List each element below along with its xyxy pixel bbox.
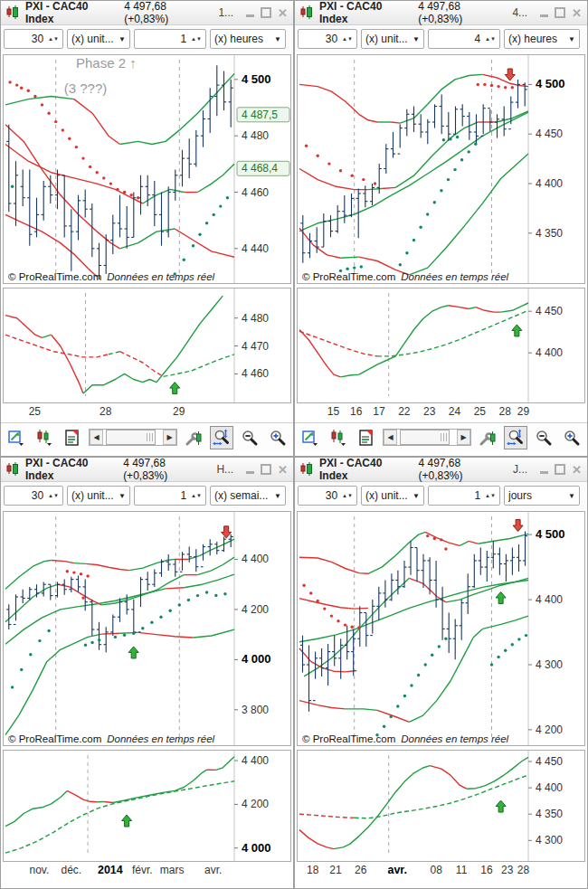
chart-annotation: (3 ???) [64,80,108,96]
zoom-in-icon[interactable] [560,426,583,449]
chevron-down-icon: ▼ [565,35,575,43]
timeframe-dropdown[interactable]: (x) semai...▼ [210,486,286,506]
spinner-arrows-icon[interactable]: ▲▼ [190,493,205,498]
chart-type-icon[interactable] [33,426,56,449]
window-titlebar[interactable]: PXI - CAC40 Index 4 497,68 (+0,83%) 4...… [295,1,587,25]
main-chart[interactable]: 4 5004 4004 3004 200 © ProRealTime.comDo… [297,511,585,746]
timeframe-count-spinner[interactable]: 1▲▼ [134,29,206,49]
units-count-spinner[interactable]: 30▲▼ [298,486,357,506]
x-axis-label: 22 [398,405,410,418]
close-button[interactable]: ✕ [278,464,288,476]
chevron-down-icon: ▼ [410,492,420,500]
zoom-in-icon[interactable] [266,426,289,449]
chart-window-1h: PXI - CAC40 Index 4 497,68 (+0,83%) 1...… [0,0,294,457]
scrollbar-track[interactable] [397,430,457,445]
x-axis-label: 16 [480,864,492,876]
close-button[interactable]: ✕ [572,464,582,476]
maximize-button[interactable] [555,464,565,475]
units-type-dropdown[interactable]: (x) unit...▼ [67,29,130,49]
zoom-selection-icon[interactable] [504,426,527,449]
timeframe-count-spinner[interactable]: 1▲▼ [428,486,500,506]
units-type-dropdown[interactable]: (x) unit...▼ [361,486,424,506]
report-icon[interactable] [355,426,378,449]
units-count-spinner[interactable]: 30▲▼ [4,29,63,49]
chart-window-weekly: PXI - CAC40 Index 4 497,68 (+0,83%) H...… [0,457,294,889]
units-count-spinner[interactable]: 30▲▼ [298,29,357,49]
zoom-out-icon[interactable] [532,426,555,449]
price-axis-label: 4 460 [242,186,269,199]
spinner-arrows-icon[interactable]: ▲▼ [341,36,356,42]
minimize-button[interactable] [540,471,548,474]
watermark: © ProRealTime.comDonnées en temps réel [302,271,508,282]
spinner-arrows-icon[interactable]: ▲▼ [484,36,499,42]
window-titlebar[interactable]: PXI - CAC40 Index 4 497,68 (+0,83%) H...… [1,458,293,482]
timeframe-dropdown[interactable]: (x) heures▼ [210,29,286,49]
maximize-button[interactable] [261,7,271,18]
spinner-arrows-icon[interactable]: ▲▼ [47,36,62,42]
scrollbar-thumb[interactable] [106,430,156,445]
main-chart[interactable]: 4 4004 2004 0003 800 © ProRealTime.comDo… [3,511,291,746]
indicator-chart[interactable]: 4 4504 400 [297,288,585,403]
thumb-grip-icon [147,433,153,441]
units-type-dropdown[interactable]: (x) unit...▼ [67,486,130,506]
time-scrollbar[interactable]: ◀ ▶ [383,429,471,446]
scroll-left-button[interactable]: ◀ [384,430,397,445]
x-axis-label: 08 [431,864,442,876]
price-axis-label: 4 400 [242,754,269,767]
price-axis-label: 4 400 [242,553,269,565]
scrollbar-thumb[interactable] [400,430,450,445]
export-chart-icon[interactable] [5,426,28,449]
x-axis-label: 17 [373,405,384,418]
timeframe-dropdown[interactable]: jours▼ [504,486,580,506]
window-titlebar[interactable]: PXI - CAC40 Index 4 497,68 (+0,83%) 1...… [1,1,293,25]
indicator-chart[interactable]: 4 4004 2004 000 [3,750,291,862]
timeframe-count-spinner[interactable]: 4▲▼ [428,29,500,49]
export-chart-icon[interactable] [299,426,322,449]
price-axis-label: 4 350 [536,808,563,820]
scroll-left-button[interactable]: ◀ [90,430,103,445]
spinner-arrows-icon[interactable]: ▲▼ [341,493,356,498]
units-count-spinner[interactable]: 30▲▼ [4,486,63,506]
spinner-arrows-icon[interactable]: ▲▼ [190,36,205,42]
timeframe-dropdown[interactable]: (x) heures▼ [504,29,580,49]
indicator-chart-svg: 4 4504 400 [298,288,586,402]
close-button[interactable]: ✕ [278,7,288,19]
buy-signal-arrow [170,383,180,394]
price-axis-label: 4 500 [242,72,271,86]
x-axis-label: 23 [423,405,435,418]
minimize-button[interactable] [246,14,254,17]
units-type-dropdown[interactable]: (x) unit...▼ [361,29,424,49]
chart-settings-icon[interactable] [476,426,499,449]
minimize-button[interactable] [246,471,254,474]
spinner-arrows-icon[interactable]: ▲▼ [484,493,499,498]
x-axis-label: 18 [307,864,318,876]
timeframe-count-spinner[interactable]: 1▲▼ [134,486,206,506]
close-button[interactable]: ✕ [572,7,582,19]
indicator-chart[interactable]: 4 4804 4704 460 [3,288,291,403]
minimize-button[interactable] [540,14,548,17]
main-chart[interactable]: 4 5004 4804 4604 4404 487,54 468,4Phase … [3,54,291,284]
indicator-chart[interactable]: 4 4504 4004 3504 300 [297,750,585,862]
time-scrollbar[interactable]: ◀ ▶ [89,429,177,446]
scrollbar-track[interactable] [103,430,163,445]
chart-bottom-toolbar: ◀ ▶ [1,422,293,451]
price-axis-label: 4 200 [536,723,563,736]
last-price: 4 497,68 (+0,83%) [123,457,210,482]
chart-settings-icon[interactable] [182,426,205,449]
x-axis-label: 28 [498,405,510,418]
main-chart[interactable]: 4 5004 4504 4004 350 © ProRealTime.comDo… [297,54,585,284]
zoom-out-icon[interactable] [238,426,261,449]
window-titlebar[interactable]: PXI - CAC40 Index 4 497,68 (+0,83%) J...… [295,458,587,482]
spinner-arrows-icon[interactable]: ▲▼ [47,493,62,498]
maximize-button[interactable] [555,7,565,18]
maximize-button[interactable] [261,464,271,475]
last-price: 4 497,68 (+0,83%) [418,0,506,25]
scroll-right-button[interactable]: ▶ [457,430,470,445]
scroll-right-button[interactable]: ▶ [163,430,176,445]
watermark: © ProRealTime.comDonnées en temps réel [8,271,214,282]
chevron-down-icon: ▼ [565,492,575,500]
price-axis-label: 4 480 [242,312,269,325]
report-icon[interactable] [61,426,84,449]
zoom-selection-icon[interactable] [210,426,233,449]
chart-type-icon[interactable] [327,426,350,449]
